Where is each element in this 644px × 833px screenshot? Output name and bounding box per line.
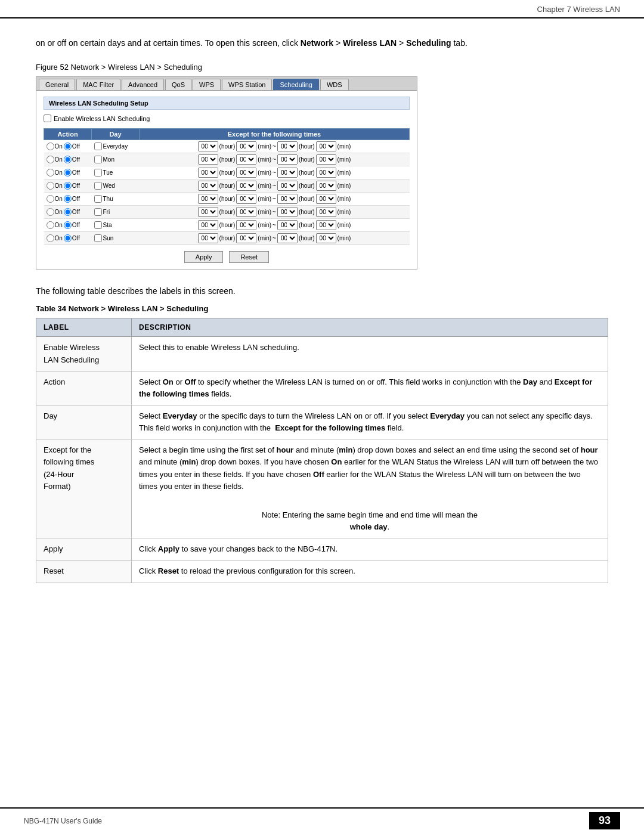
start-hour-0[interactable]: 00 [198,141,218,151]
table-row: On Off Sta 00 (hour) 00 (min) ~ 00 (hour… [44,219,410,232]
time-cell: 00 (hour) 00 (min) ~ 00 (hour) 00 (min) [140,232,410,245]
radio-on-7[interactable] [47,234,54,242]
radio-on-0[interactable] [47,143,54,150]
radio-on-5[interactable] [47,208,54,216]
radio-off-5[interactable] [64,208,72,216]
page-footer: NBG-417N User's Guide 93 [0,807,644,833]
tab-wps-station[interactable]: WPS Station [222,79,272,90]
start-min-1[interactable]: 00 [236,154,256,165]
day-checkbox-4[interactable] [94,195,102,203]
radio-off-4[interactable] [64,195,72,203]
end-min-3[interactable]: 00 [316,181,336,191]
table34-title: Network > Wireless LAN > Scheduling [66,304,208,313]
col-header-action: Action [44,129,92,140]
page-header: Chapter 7 Wireless LAN [0,0,644,18]
table-row: Enable WirelessLAN Scheduling Select thi… [36,337,608,371]
radio-on-4[interactable] [47,195,54,203]
day-checkbox-5[interactable] [94,208,102,216]
start-min-3[interactable]: 00 [236,181,256,191]
day-checkbox-0[interactable] [94,143,102,150]
day-checkbox-1[interactable] [94,156,102,163]
day-checkbox-3[interactable] [94,182,102,190]
intro-paragraph: on or off on certain days and at certain… [36,36,608,49]
radio-on-6[interactable] [47,221,54,229]
end-min-1[interactable]: 00 [316,154,336,165]
desc-cell: Select Everyday or the specific days to … [132,405,608,439]
start-min-5[interactable]: 00 [236,207,256,217]
table-row: Apply Click Apply to save your changes b… [36,538,608,561]
table-row: Action Select On or Off to specify wheth… [36,371,608,405]
radio-on-3[interactable] [47,182,54,190]
radio-on-1[interactable] [47,156,54,163]
start-hour-2[interactable]: 00 [198,168,218,178]
tabs-row: General MAC Filter Advanced QoS WPS WPS … [36,77,417,91]
end-hour-2[interactable]: 00 [277,168,298,178]
end-min-5[interactable]: 00 [316,207,336,217]
label-cell: Action [36,371,132,405]
page-content: on or off on certain days and at certain… [0,18,644,619]
enable-label: Enable Wireless LAN Scheduling [54,115,150,122]
footer-title: NBG-417N User's Guide [24,817,102,825]
end-hour-7[interactable]: 00 [277,233,298,243]
radio-off-6[interactable] [64,221,72,229]
start-hour-5[interactable]: 00 [198,207,218,217]
tab-advanced[interactable]: Advanced [122,79,164,90]
radio-on-2[interactable] [47,169,54,176]
tab-wps[interactable]: WPS [193,79,221,90]
time-cell: 00 (hour) 00 (min) ~ 00 (hour) 00 (min) [140,206,410,219]
day-cell: Tue [92,166,140,179]
apply-button[interactable]: Apply [184,251,224,263]
desc-cell: Select this to enable Wireless LAN sched… [132,337,608,371]
intro-bold-network: Network [301,38,333,48]
label-cell: Reset [36,561,132,583]
start-hour-1[interactable]: 00 [198,154,218,165]
end-hour-5[interactable]: 00 [277,207,298,217]
end-min-6[interactable]: 00 [316,220,336,230]
radio-off-3[interactable] [64,182,72,190]
reset-button[interactable]: Reset [229,251,269,263]
action-cell: On Off [44,166,92,179]
day-checkbox-2[interactable] [94,169,102,176]
tab-mac-filter[interactable]: MAC Filter [76,79,120,90]
start-hour-6[interactable]: 00 [198,220,218,230]
tab-wds[interactable]: WDS [320,79,349,90]
start-min-2[interactable]: 00 [236,168,256,178]
label-cell: Enable WirelessLAN Scheduling [36,337,132,371]
start-min-4[interactable]: 00 [236,194,256,204]
end-hour-4[interactable]: 00 [277,194,298,204]
table-row: On Off Fri 00 (hour) 00 (min) ~ 00 (hour… [44,206,410,219]
apply-row: Apply Reset [44,251,410,263]
radio-off-2[interactable] [64,169,72,176]
desc-cell: Click Apply to save your changes back to… [132,538,608,561]
intro-arrow1: > [333,38,343,48]
end-hour-6[interactable]: 00 [277,220,298,230]
table-row: On Off Sun 00 (hour) 00 (min) ~ 00 (hour… [44,232,410,245]
end-min-0[interactable]: 00 [316,141,336,151]
start-hour-7[interactable]: 00 [198,233,218,243]
end-hour-0[interactable]: 00 [277,141,298,151]
day-cell: Mon [92,153,140,166]
end-hour-3[interactable]: 00 [277,181,298,191]
action-cell: On Off [44,193,92,206]
table34-number: Table 34 [36,304,66,313]
start-min-0[interactable]: 00 [236,141,256,151]
tab-general[interactable]: General [39,79,75,90]
radio-off-1[interactable] [64,156,72,163]
start-hour-3[interactable]: 00 [198,181,218,191]
start-min-6[interactable]: 00 [236,220,256,230]
radio-off-7[interactable] [64,234,72,242]
start-hour-4[interactable]: 00 [198,194,218,204]
tab-scheduling[interactable]: Scheduling [273,79,318,90]
end-min-4[interactable]: 00 [316,194,336,204]
day-checkbox-6[interactable] [94,221,102,229]
col-header-day: Day [92,129,140,140]
start-min-7[interactable]: 00 [236,233,256,243]
enable-checkbox[interactable] [44,114,51,122]
time-cell: 00 (hour) 00 (min) ~ 00 (hour) 00 (min) [140,179,410,193]
end-min-7[interactable]: 00 [316,233,336,243]
end-hour-1[interactable]: 00 [277,154,298,165]
radio-off-0[interactable] [64,143,72,150]
tab-qos[interactable]: QoS [165,79,191,90]
day-checkbox-7[interactable] [94,234,102,242]
end-min-2[interactable]: 00 [316,168,336,178]
